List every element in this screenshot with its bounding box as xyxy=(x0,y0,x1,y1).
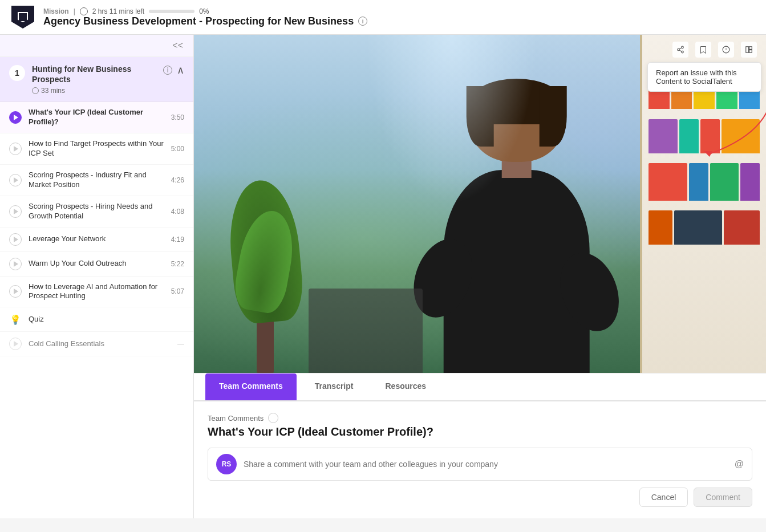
lesson-item[interactable]: How to Find Target Prospects within Your… xyxy=(0,133,193,165)
share-icon[interactable] xyxy=(672,42,688,58)
lesson-title: Scoring Prospects - Industry Fit and Mar… xyxy=(29,170,164,190)
lesson-title: How to Find Target Prospects within Your… xyxy=(29,139,164,159)
lesson-title: Scoring Prospects - Hiring Needs and Gro… xyxy=(29,202,164,221)
lesson-duration: 5:07 xyxy=(171,287,184,295)
header-mission-row: Mission | 2 hrs 11 mins left 0% xyxy=(43,7,367,15)
lesson-title: What's Your ICP (Ideal Customer Profile)… xyxy=(29,108,164,127)
chapter-title: Hunting for New Business Prospects xyxy=(32,64,156,84)
progress-bar xyxy=(149,10,194,13)
play-button[interactable] xyxy=(9,111,22,124)
tab-team-comments[interactable]: Team Comments xyxy=(205,373,297,400)
next-chapter-item[interactable]: Cold Calling Essentials — xyxy=(0,332,193,356)
main-layout: << 1 Hunting for New Business Prospects … xyxy=(0,35,766,518)
report-tooltip: Report an issue with this Content to Soc… xyxy=(647,62,761,92)
chapter-info-icon[interactable]: i xyxy=(163,66,172,75)
comment-button[interactable]: Comment xyxy=(694,488,752,507)
tab-transcript[interactable]: Transcript xyxy=(301,373,367,400)
sidebar: << 1 Hunting for New Business Prospects … xyxy=(0,35,194,518)
play-button[interactable] xyxy=(9,285,22,298)
lesson-item[interactable]: Scoring Prospects - Industry Fit and Mar… xyxy=(0,165,193,196)
play-button[interactable] xyxy=(9,338,22,350)
app-header: Mission | 2 hrs 11 mins left 0% Agency B… xyxy=(0,0,766,35)
layout-icon[interactable] xyxy=(741,42,757,58)
comments-header: Team Comments xyxy=(208,413,752,423)
chapter-timer-icon xyxy=(32,87,39,94)
cancel-button[interactable]: Cancel xyxy=(639,488,688,507)
chapter-actions: i ∧ xyxy=(163,64,184,76)
play-button[interactable] xyxy=(9,258,22,270)
svg-rect-8 xyxy=(746,47,749,53)
lesson-item[interactable]: How to Leverage AI and Automation for Pr… xyxy=(0,277,193,308)
play-button[interactable] xyxy=(9,174,22,186)
chapter-number: 1 xyxy=(9,65,25,81)
chapter-meta: 33 mins xyxy=(32,87,156,95)
chapter-item: 1 Hunting for New Business Prospects 33 … xyxy=(0,57,193,102)
lesson-duration: — xyxy=(177,340,184,348)
bottom-section: Team Comments Transcript Resources Team … xyxy=(194,373,766,518)
lesson-duration: 4:08 xyxy=(171,208,184,216)
svg-rect-9 xyxy=(749,47,752,50)
video-player[interactable]: Report an issue with this Content to Soc… xyxy=(194,35,766,373)
svg-point-0 xyxy=(682,46,684,48)
lesson-item[interactable]: What's Your ICP (Ideal Customer Profile)… xyxy=(0,102,193,133)
divider: | xyxy=(74,7,75,15)
svg-point-2 xyxy=(682,51,684,53)
comments-label: Team Comments xyxy=(208,414,264,423)
timer-label: 2 hrs 11 mins left xyxy=(92,7,144,15)
play-triangle-icon xyxy=(14,237,18,242)
next-chapter-title: Cold Calling Essentials xyxy=(29,339,171,349)
comment-actions: Cancel Comment xyxy=(208,488,752,507)
play-triangle-icon xyxy=(14,289,18,294)
play-button[interactable] xyxy=(9,233,22,246)
comments-section: Team Comments What's Your ICP (Ideal Cus… xyxy=(194,401,766,518)
lesson-duration: 5:00 xyxy=(171,145,184,153)
quiz-item[interactable]: 💡 Quiz xyxy=(0,307,193,332)
chair xyxy=(309,289,423,373)
comment-input[interactable] xyxy=(244,460,728,469)
svg-rect-10 xyxy=(749,50,752,53)
play-triangle-icon xyxy=(14,177,18,183)
lesson-title: Leverage Your Network xyxy=(29,234,164,244)
play-triangle-icon xyxy=(14,146,18,152)
lessons-list: What's Your ICP (Ideal Customer Profile)… xyxy=(0,102,193,356)
comment-input-area: RS @ xyxy=(208,448,752,481)
comments-lesson-title: What's Your ICP (Ideal Customer Profile)… xyxy=(208,425,752,438)
lesson-title: How to Leverage AI and Automation for Pr… xyxy=(29,282,164,302)
lesson-duration: 3:50 xyxy=(171,113,184,121)
lesson-item[interactable]: Leverage Your Network 4:19 xyxy=(0,228,193,252)
svg-line-4 xyxy=(679,48,682,49)
content-area: Report an issue with this Content to Soc… xyxy=(194,35,766,518)
chapter-collapse-icon[interactable]: ∧ xyxy=(177,64,184,76)
video-toolbar xyxy=(672,42,757,58)
play-button[interactable] xyxy=(9,143,22,155)
lesson-duration: 5:22 xyxy=(171,260,184,268)
quiz-icon: 💡 xyxy=(9,313,22,326)
avatar: RS xyxy=(216,454,237,474)
at-mention-icon[interactable]: @ xyxy=(735,459,744,469)
collapse-sidebar-button[interactable]: << xyxy=(169,39,187,52)
window-light xyxy=(366,35,537,204)
chapter-header: 1 Hunting for New Business Prospects 33 … xyxy=(9,64,184,95)
logo xyxy=(11,6,34,29)
lesson-duration: 4:19 xyxy=(171,235,184,243)
lesson-duration: 4:26 xyxy=(171,176,184,184)
lesson-title: Warm Up Your Cold Outreach xyxy=(29,259,164,269)
plant xyxy=(222,170,308,373)
lesson-item[interactable]: Warm Up Your Cold Outreach 5:22 xyxy=(0,252,193,277)
play-triangle-icon xyxy=(14,341,18,347)
timer-icon xyxy=(80,7,88,15)
comments-circle-icon xyxy=(268,413,278,423)
header-text: Mission | 2 hrs 11 mins left 0% Agency B… xyxy=(43,7,367,27)
tabs-bar: Team Comments Transcript Resources xyxy=(194,373,766,401)
info-icon[interactable] xyxy=(718,42,734,58)
mission-label: Mission xyxy=(43,7,69,15)
tab-resources[interactable]: Resources xyxy=(371,373,440,400)
play-triangle-icon xyxy=(14,261,18,267)
sidebar-header: << xyxy=(0,35,193,57)
lesson-item[interactable]: Scoring Prospects - Hiring Needs and Gro… xyxy=(0,196,193,228)
title-info-icon[interactable]: i xyxy=(358,17,367,26)
bookmark-icon[interactable] xyxy=(695,42,711,58)
svg-line-3 xyxy=(679,50,682,51)
play-button[interactable] xyxy=(9,205,22,218)
chapter-info: Hunting for New Business Prospects 33 mi… xyxy=(32,64,156,95)
